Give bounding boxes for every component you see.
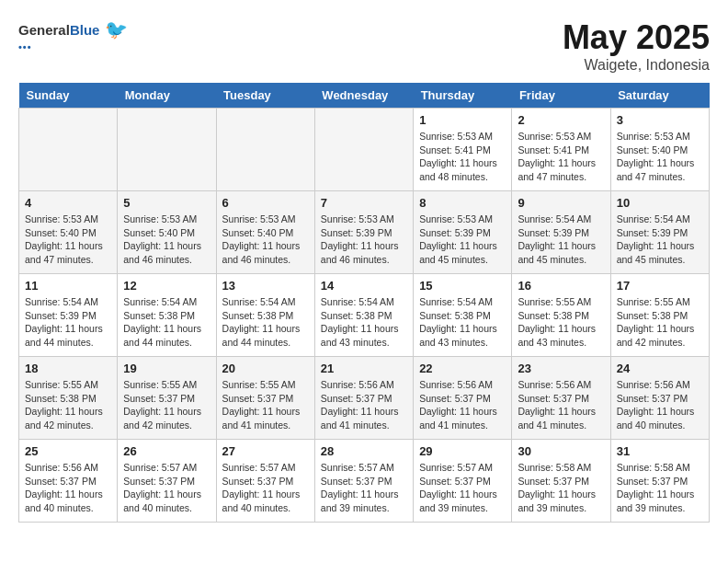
day-number: 2	[518, 113, 604, 127]
day-info: Sunrise: 5:54 AMSunset: 5:38 PMDaylight:…	[419, 296, 497, 348]
empty-cell	[216, 109, 314, 191]
day-cell: 29Sunrise: 5:57 AMSunset: 5:37 PMDayligh…	[414, 440, 512, 523]
day-cell: 1Sunrise: 5:53 AMSunset: 5:41 PMDaylight…	[414, 109, 512, 191]
empty-cell	[118, 109, 216, 191]
day-number: 8	[419, 196, 506, 210]
day-info: Sunrise: 5:53 AMSunset: 5:40 PMDaylight:…	[222, 213, 301, 265]
header-day-monday: Monday	[118, 83, 216, 109]
day-number: 9	[518, 196, 604, 210]
day-cell: 20Sunrise: 5:55 AMSunset: 5:37 PMDayligh…	[216, 357, 314, 440]
day-cell: 5Sunrise: 5:53 AMSunset: 5:40 PMDaylight…	[118, 191, 216, 274]
calendar-week-row: 1Sunrise: 5:53 AMSunset: 5:41 PMDaylight…	[19, 109, 710, 191]
header-day-wednesday: Wednesday	[314, 83, 413, 109]
day-info: Sunrise: 5:56 AMSunset: 5:37 PMDaylight:…	[321, 379, 399, 431]
day-cell: 15Sunrise: 5:54 AMSunset: 5:38 PMDayligh…	[414, 274, 512, 357]
day-number: 5	[123, 196, 210, 210]
day-cell: 8Sunrise: 5:53 AMSunset: 5:39 PMDaylight…	[414, 191, 512, 274]
day-number: 6	[222, 196, 309, 210]
day-number: 30	[518, 444, 604, 458]
day-number: 3	[617, 113, 703, 127]
day-number: 1	[419, 113, 506, 127]
day-info: Sunrise: 5:54 AMSunset: 5:39 PMDaylight:…	[518, 213, 596, 265]
day-info: Sunrise: 5:54 AMSunset: 5:39 PMDaylight:…	[25, 296, 103, 348]
day-number: 27	[222, 444, 309, 458]
day-number: 21	[321, 362, 407, 375]
day-info: Sunrise: 5:53 AMSunset: 5:41 PMDaylight:…	[518, 131, 596, 182]
title-block: May 2025 Waigete, Indonesia	[563, 18, 710, 74]
day-info: Sunrise: 5:54 AMSunset: 5:39 PMDaylight:…	[617, 213, 695, 265]
day-cell: 21Sunrise: 5:56 AMSunset: 5:37 PMDayligh…	[314, 357, 413, 440]
calendar-table: SundayMondayTuesdayWednesdayThursdayFrid…	[18, 83, 710, 523]
logo: GeneralBlue 🐦 •••	[18, 18, 128, 52]
day-number: 10	[617, 196, 703, 210]
day-number: 29	[419, 444, 506, 458]
day-info: Sunrise: 5:55 AMSunset: 5:37 PMDaylight:…	[123, 379, 201, 431]
calendar-week-row: 18Sunrise: 5:55 AMSunset: 5:38 PMDayligh…	[19, 357, 710, 440]
day-info: Sunrise: 5:55 AMSunset: 5:38 PMDaylight:…	[25, 379, 103, 431]
day-info: Sunrise: 5:57 AMSunset: 5:37 PMDaylight:…	[321, 462, 399, 513]
day-info: Sunrise: 5:53 AMSunset: 5:40 PMDaylight:…	[25, 213, 103, 265]
day-number: 31	[617, 444, 703, 458]
day-cell: 25Sunrise: 5:56 AMSunset: 5:37 PMDayligh…	[19, 440, 118, 523]
day-cell: 24Sunrise: 5:56 AMSunset: 5:37 PMDayligh…	[610, 357, 709, 440]
header-day-friday: Friday	[512, 83, 610, 109]
day-number: 13	[222, 279, 309, 293]
day-cell: 28Sunrise: 5:57 AMSunset: 5:37 PMDayligh…	[314, 440, 413, 523]
day-cell: 3Sunrise: 5:53 AMSunset: 5:40 PMDaylight…	[610, 109, 709, 191]
day-info: Sunrise: 5:58 AMSunset: 5:37 PMDaylight:…	[617, 462, 695, 513]
day-cell: 10Sunrise: 5:54 AMSunset: 5:39 PMDayligh…	[610, 191, 709, 274]
day-info: Sunrise: 5:53 AMSunset: 5:39 PMDaylight:…	[321, 213, 399, 265]
day-info: Sunrise: 5:56 AMSunset: 5:37 PMDaylight:…	[518, 379, 596, 431]
day-number: 12	[123, 279, 210, 293]
day-cell: 12Sunrise: 5:54 AMSunset: 5:38 PMDayligh…	[118, 274, 216, 357]
calendar-week-row: 25Sunrise: 5:56 AMSunset: 5:37 PMDayligh…	[19, 440, 710, 523]
empty-cell	[314, 109, 413, 191]
day-cell: 2Sunrise: 5:53 AMSunset: 5:41 PMDaylight…	[512, 109, 610, 191]
location-title: Waigete, Indonesia	[563, 57, 710, 74]
day-cell: 22Sunrise: 5:56 AMSunset: 5:37 PMDayligh…	[414, 357, 512, 440]
day-info: Sunrise: 5:53 AMSunset: 5:40 PMDaylight:…	[617, 131, 695, 182]
day-cell: 26Sunrise: 5:57 AMSunset: 5:37 PMDayligh…	[118, 440, 216, 523]
day-number: 16	[518, 279, 604, 293]
day-info: Sunrise: 5:56 AMSunset: 5:37 PMDaylight:…	[419, 379, 497, 431]
empty-cell	[19, 109, 118, 191]
day-number: 18	[25, 362, 111, 375]
day-number: 22	[419, 362, 506, 375]
header-day-sunday: Sunday	[19, 83, 118, 109]
day-cell: 19Sunrise: 5:55 AMSunset: 5:37 PMDayligh…	[118, 357, 216, 440]
day-cell: 7Sunrise: 5:53 AMSunset: 5:39 PMDaylight…	[314, 191, 413, 274]
day-info: Sunrise: 5:57 AMSunset: 5:37 PMDaylight:…	[123, 462, 201, 513]
day-number: 24	[617, 362, 703, 375]
day-info: Sunrise: 5:58 AMSunset: 5:37 PMDaylight:…	[518, 462, 596, 513]
day-info: Sunrise: 5:56 AMSunset: 5:37 PMDaylight:…	[617, 379, 695, 431]
day-info: Sunrise: 5:54 AMSunset: 5:38 PMDaylight:…	[222, 296, 301, 348]
day-cell: 30Sunrise: 5:58 AMSunset: 5:37 PMDayligh…	[512, 440, 610, 523]
month-title: May 2025	[563, 18, 710, 57]
day-number: 11	[25, 279, 111, 293]
day-info: Sunrise: 5:57 AMSunset: 5:37 PMDaylight:…	[419, 462, 497, 513]
day-number: 14	[321, 279, 407, 293]
header-day-thursday: Thursday	[414, 83, 512, 109]
day-cell: 14Sunrise: 5:54 AMSunset: 5:38 PMDayligh…	[314, 274, 413, 357]
day-number: 7	[321, 196, 407, 210]
day-cell: 6Sunrise: 5:53 AMSunset: 5:40 PMDaylight…	[216, 191, 314, 274]
day-cell: 27Sunrise: 5:57 AMSunset: 5:37 PMDayligh…	[216, 440, 314, 523]
calendar-week-row: 11Sunrise: 5:54 AMSunset: 5:39 PMDayligh…	[19, 274, 710, 357]
day-cell: 4Sunrise: 5:53 AMSunset: 5:40 PMDaylight…	[19, 191, 118, 274]
day-number: 15	[419, 279, 506, 293]
day-number: 26	[123, 444, 210, 458]
day-number: 23	[518, 362, 604, 375]
day-info: Sunrise: 5:53 AMSunset: 5:41 PMDaylight:…	[419, 131, 497, 182]
day-cell: 31Sunrise: 5:58 AMSunset: 5:37 PMDayligh…	[610, 440, 709, 523]
day-cell: 9Sunrise: 5:54 AMSunset: 5:39 PMDaylight…	[512, 191, 610, 274]
logo-blue: Blue	[70, 22, 100, 38]
day-cell: 16Sunrise: 5:55 AMSunset: 5:38 PMDayligh…	[512, 274, 610, 357]
day-cell: 23Sunrise: 5:56 AMSunset: 5:37 PMDayligh…	[512, 357, 610, 440]
day-info: Sunrise: 5:55 AMSunset: 5:38 PMDaylight:…	[617, 296, 695, 348]
logo-general: General	[18, 22, 70, 38]
calendar-week-row: 4Sunrise: 5:53 AMSunset: 5:40 PMDaylight…	[19, 191, 710, 274]
day-info: Sunrise: 5:53 AMSunset: 5:40 PMDaylight:…	[123, 213, 201, 265]
day-info: Sunrise: 5:57 AMSunset: 5:37 PMDaylight:…	[222, 462, 301, 513]
header-day-saturday: Saturday	[610, 83, 709, 109]
day-cell: 17Sunrise: 5:55 AMSunset: 5:38 PMDayligh…	[610, 274, 709, 357]
